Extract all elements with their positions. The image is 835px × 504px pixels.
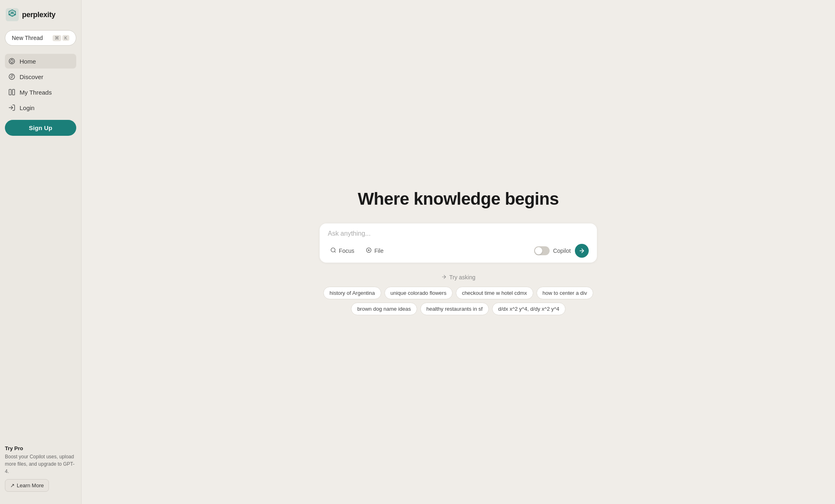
try-pro-description: Boost your Copilot uses, upload more fil… <box>5 453 76 475</box>
new-thread-button[interactable]: New Thread ⌘ K <box>5 30 76 46</box>
focus-label: Focus <box>339 248 354 254</box>
sidebar-item-home[interactable]: Home <box>5 54 76 69</box>
main-content: Where knowledge begins Focus <box>82 0 835 504</box>
sidebar: perplexity New Thread ⌘ K Home <box>0 0 82 504</box>
search-box: Focus File Copilot <box>320 223 597 263</box>
suggestion-chip[interactable]: brown dog name ideas <box>351 303 417 315</box>
learn-more-button[interactable]: ↗ Learn More <box>5 479 49 492</box>
page-title: Where knowledge begins <box>358 189 559 209</box>
logo-text: perplexity <box>22 11 55 19</box>
suggestion-chip[interactable]: unique colorado flowers <box>384 287 453 299</box>
submit-button[interactable] <box>575 244 589 258</box>
suggestion-chips: history of Argentinaunique colorado flow… <box>320 287 597 315</box>
svg-point-7 <box>331 248 335 252</box>
search-toolbar-left: Focus File <box>328 245 386 256</box>
copilot-toggle: Copilot <box>534 246 571 255</box>
nav-menu: Home Discover My Threads <box>5 54 76 116</box>
try-asking-label: Try asking <box>441 274 475 281</box>
login-icon <box>8 104 15 111</box>
shortcut-cmd: ⌘ <box>53 35 61 41</box>
file-label: File <box>374 248 384 254</box>
logo-area: perplexity <box>5 7 76 23</box>
suggestion-chip[interactable]: checkout time w hotel cdmx <box>456 287 533 299</box>
search-input[interactable] <box>328 230 589 237</box>
suggestion-chip[interactable]: how to center a div <box>537 287 593 299</box>
home-label: Home <box>20 58 36 65</box>
search-toolbar-right: Copilot <box>534 244 589 258</box>
try-asking-icon <box>441 274 447 281</box>
discover-label: Discover <box>20 73 43 80</box>
discover-icon <box>8 73 15 80</box>
new-thread-label: New Thread <box>12 35 43 41</box>
svg-rect-5 <box>13 89 15 95</box>
shortcut-key: K <box>62 35 69 41</box>
new-thread-shortcut: ⌘ K <box>53 35 69 41</box>
sidebar-item-threads[interactable]: My Threads <box>5 85 76 99</box>
focus-button[interactable]: Focus <box>328 245 357 256</box>
threads-label: My Threads <box>20 89 52 96</box>
try-pro-title: Try Pro <box>5 445 76 451</box>
suggestion-chip[interactable]: history of Argentina <box>323 287 381 299</box>
threads-icon <box>8 88 15 96</box>
home-icon <box>8 57 15 65</box>
login-label: Login <box>20 104 35 111</box>
copilot-toggle-switch[interactable] <box>534 246 550 255</box>
file-icon <box>366 247 372 254</box>
learn-more-label: Learn More <box>17 482 44 489</box>
file-button[interactable]: File <box>363 245 386 256</box>
sidebar-item-login[interactable]: Login <box>5 100 76 115</box>
submit-icon <box>579 248 585 254</box>
signup-button[interactable]: Sign Up <box>5 120 76 136</box>
suggestion-chip[interactable]: d/dx x^2 y^4, d/dy x^2 y^4 <box>492 303 566 315</box>
sidebar-bottom: Try Pro Boost your Copilot uses, upload … <box>5 445 76 496</box>
learn-more-icon: ↗ <box>10 482 15 489</box>
focus-icon <box>330 247 336 254</box>
copilot-label: Copilot <box>553 248 571 254</box>
search-toolbar: Focus File Copilot <box>328 244 589 258</box>
logo-icon <box>6 8 19 21</box>
try-asking-text: Try asking <box>449 274 475 281</box>
svg-marker-3 <box>11 75 13 78</box>
try-asking-section: Try asking history of Argentinaunique co… <box>320 274 597 315</box>
suggestion-chip[interactable]: healthy restaurants in sf <box>420 303 489 315</box>
sidebar-item-discover[interactable]: Discover <box>5 69 76 84</box>
svg-rect-4 <box>9 89 11 95</box>
try-pro-section: Try Pro Boost your Copilot uses, upload … <box>5 445 76 492</box>
